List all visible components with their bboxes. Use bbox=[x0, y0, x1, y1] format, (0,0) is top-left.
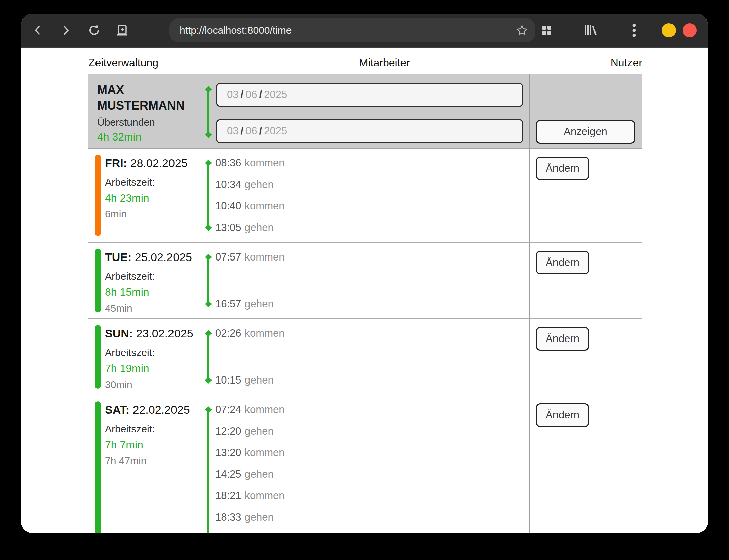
library-icon bbox=[583, 24, 598, 36]
aendern-button[interactable]: Ändern bbox=[536, 403, 589, 427]
employee-name-line2: MUSTERMANN bbox=[97, 98, 202, 113]
day-weekday: TUE: bbox=[105, 251, 131, 264]
day-title: FRI: 28.02.2025 bbox=[105, 157, 202, 170]
day-action-cell: Ändern bbox=[529, 395, 642, 533]
anzeigen-button[interactable]: Anzeigen bbox=[536, 120, 635, 144]
entry-type: kommen bbox=[245, 200, 285, 212]
time-entry: 18:33gehen bbox=[215, 512, 529, 523]
day-action-cell: Ändern bbox=[529, 243, 642, 318]
worktime-value: 7h 7min bbox=[105, 439, 202, 451]
worktime-value: 7h 19min bbox=[105, 362, 202, 375]
time-entries: 08:36kommen 10:34gehen 10:40kommen 13:05… bbox=[202, 149, 529, 242]
time-entry: 14:25gehen bbox=[215, 469, 529, 480]
browser-window: http://localhost:8000/time bbox=[21, 14, 708, 533]
entry-type: gehen bbox=[245, 178, 274, 190]
time-entry: 10:40kommen bbox=[215, 200, 529, 212]
date-to-input[interactable]: 03/06/2025 bbox=[216, 119, 523, 143]
time-entry: 18:21kommen bbox=[215, 490, 529, 502]
time-entries-cell: 08:36kommen 10:34gehen 10:40kommen 13:05… bbox=[202, 149, 529, 242]
aendern-button[interactable]: Ändern bbox=[536, 157, 589, 180]
entry-type: kommen bbox=[245, 490, 285, 502]
date-range-diamond-bottom bbox=[205, 131, 212, 138]
timeline-line bbox=[207, 333, 209, 380]
entry-time: 08:36 bbox=[215, 157, 241, 169]
time-entry: 07:57kommen bbox=[215, 251, 529, 263]
close-window-button[interactable] bbox=[683, 23, 697, 37]
bookmark-star-icon[interactable] bbox=[516, 24, 528, 36]
date-range-diamond-top bbox=[205, 86, 212, 93]
employee-name-line1: MAX bbox=[97, 82, 202, 98]
entry-type: gehen bbox=[245, 511, 274, 523]
nav-item-zeitverwaltung[interactable]: Zeitverwaltung bbox=[88, 56, 158, 69]
worktime-label: Arbeitszeit: bbox=[105, 176, 202, 188]
day-action-cell: Ändern bbox=[529, 149, 642, 242]
entry-time: 21:24 bbox=[215, 533, 241, 533]
time-entry: 02:26kommen bbox=[215, 328, 529, 339]
day-row: SAT: 22.02.2025 Arbeitszeit: 7h 7min 7h … bbox=[88, 395, 642, 533]
filter-action-cell: Anzeigen bbox=[529, 74, 642, 148]
back-button[interactable] bbox=[30, 22, 46, 38]
reload-button[interactable] bbox=[86, 22, 102, 38]
time-entry: 13:20kommen bbox=[215, 447, 529, 458]
top-navigation: Zeitverwaltung Mitarbeiter Nutzer bbox=[88, 48, 642, 69]
url-bar[interactable]: http://localhost:8000/time bbox=[169, 18, 535, 42]
day-date: 28.02.2025 bbox=[130, 157, 188, 169]
aendern-button[interactable]: Ändern bbox=[536, 251, 589, 274]
day-weekday: SAT: bbox=[105, 403, 129, 416]
worktime-value: 4h 23min bbox=[105, 192, 202, 204]
time-entry: 12:20gehen bbox=[215, 426, 529, 437]
time-entry: 08:36kommen bbox=[215, 157, 529, 169]
entry-time: 13:05 bbox=[215, 222, 241, 233]
time-entries: 02:26kommen 10:15gehen bbox=[202, 319, 529, 395]
back-icon bbox=[36, 27, 39, 34]
entry-type: kommen bbox=[245, 533, 285, 533]
day-weekday: SUN: bbox=[105, 327, 133, 340]
entry-time: 07:57 bbox=[215, 251, 241, 263]
date-separator: / bbox=[240, 125, 243, 137]
entry-time: 18:33 bbox=[215, 511, 241, 523]
toolbar-right-group bbox=[539, 22, 708, 38]
day-status-bar bbox=[95, 249, 101, 312]
entry-type: kommen bbox=[245, 157, 285, 169]
aendern-button[interactable]: Ändern bbox=[536, 327, 589, 351]
date-separator: / bbox=[259, 89, 262, 101]
overtime-label: Überstunden bbox=[97, 117, 202, 128]
nav-item-mitarbeiter[interactable]: Mitarbeiter bbox=[359, 56, 410, 69]
kebab-menu-icon bbox=[632, 23, 637, 38]
timeline-line bbox=[207, 257, 209, 304]
library-button[interactable] bbox=[582, 22, 599, 38]
time-entry: 07:24kommen bbox=[215, 404, 529, 415]
date-from-day: 06 bbox=[245, 89, 257, 101]
timeline-line bbox=[207, 410, 209, 533]
date-separator: / bbox=[259, 125, 262, 137]
menu-button[interactable] bbox=[626, 22, 642, 38]
apps-grid-icon bbox=[541, 25, 552, 36]
day-status-bar bbox=[95, 325, 101, 389]
entry-type: gehen bbox=[245, 374, 274, 386]
day-title: TUE: 25.02.2025 bbox=[105, 251, 202, 264]
new-tab-button[interactable] bbox=[114, 22, 130, 38]
time-entry: 13:05gehen bbox=[215, 222, 529, 233]
date-from-input[interactable]: 03/06/2025 bbox=[216, 83, 523, 107]
day-date: 25.02.2025 bbox=[135, 251, 192, 264]
minimize-window-button[interactable] bbox=[662, 23, 676, 37]
table-header-row: MAX MUSTERMANN Überstunden 4h 32min 03/0… bbox=[88, 74, 642, 149]
entry-time: 12:20 bbox=[215, 425, 241, 437]
apps-grid-button[interactable] bbox=[539, 22, 555, 38]
day-date: 23.02.2025 bbox=[136, 327, 193, 340]
day-row: SUN: 23.02.2025 Arbeitszeit: 7h 19min 30… bbox=[88, 319, 642, 395]
day-title: SUN: 23.02.2025 bbox=[105, 327, 202, 340]
day-summary-cell: FRI: 28.02.2025 Arbeitszeit: 4h 23min 6m… bbox=[88, 149, 202, 242]
day-summary-cell: TUE: 25.02.2025 Arbeitszeit: 8h 15min 45… bbox=[88, 243, 202, 318]
day-date: 22.02.2025 bbox=[132, 403, 190, 416]
time-entries: 07:24kommen 12:20gehen 13:20kommen 14:25… bbox=[202, 395, 529, 533]
entry-type: gehen bbox=[245, 298, 274, 310]
nav-item-nutzer[interactable]: Nutzer bbox=[611, 56, 642, 69]
timeline-line bbox=[207, 163, 209, 228]
day-summary-cell: SUN: 23.02.2025 Arbeitszeit: 7h 19min 30… bbox=[88, 319, 202, 395]
forward-button[interactable] bbox=[58, 22, 74, 38]
entry-type: gehen bbox=[245, 222, 274, 233]
page-content: Zeitverwaltung Mitarbeiter Nutzer MAX MU… bbox=[21, 48, 708, 533]
worktime-label: Arbeitszeit: bbox=[105, 271, 202, 282]
worktime-label: Arbeitszeit: bbox=[105, 347, 202, 358]
